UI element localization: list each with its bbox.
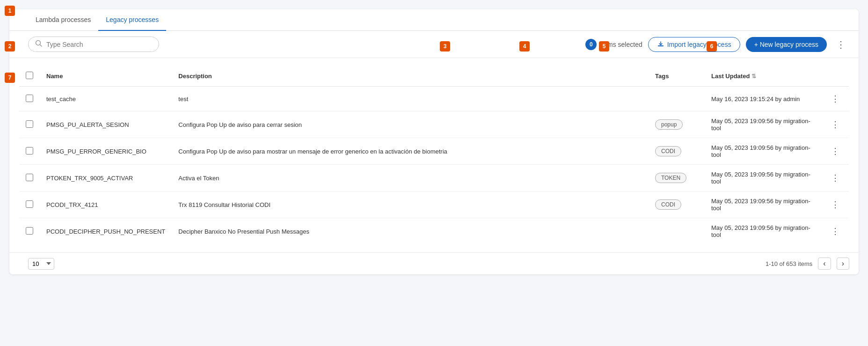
tab-legacy[interactable]: Legacy processes (98, 9, 166, 31)
chevron-left-icon: ‹ (823, 259, 825, 267)
badge-1: 1 (5, 6, 15, 16)
table-container: Name Description Tags Last Updated ⇅ (9, 58, 859, 252)
tag-badge: TOKEN (655, 173, 686, 183)
row-tags-cell: TOKEN (649, 165, 705, 191)
row-actions-cell: ⋮ (822, 191, 849, 218)
row-description-cell: test (172, 87, 649, 111)
row-tags-cell: CODI (649, 191, 705, 218)
svg-line-1 (40, 45, 42, 47)
row-last-updated-cell: May 16, 2023 19:15:24 by admin (705, 87, 822, 111)
more-options-icon: ⋮ (836, 39, 846, 50)
row-checkbox-1[interactable] (26, 95, 33, 102)
row-checkbox-6[interactable] (26, 227, 33, 235)
row-actions-button[interactable]: ⋮ (828, 172, 842, 184)
row-actions-button[interactable]: ⋮ (828, 118, 842, 131)
svg-rect-2 (658, 45, 664, 46)
table-row: PCODI_TRX_4121Trx 8119 Consultar Histori… (19, 191, 849, 218)
row-actions-cell: ⋮ (822, 165, 849, 191)
items-selected-area: 0 items selected (585, 39, 642, 50)
new-button[interactable]: + New legacy process (746, 37, 827, 52)
pagination-info: 1-10 of 653 items (766, 260, 812, 267)
header-checkbox-col (19, 66, 40, 87)
row-last-updated-cell: May 05, 2023 19:09:56 by migration-tool (705, 191, 822, 218)
row-actions-button[interactable]: ⋮ (828, 145, 842, 157)
tab-lambda[interactable]: Lambda processes (28, 9, 98, 31)
badge-6: 6 (707, 41, 717, 52)
badge-2: 2 (5, 41, 15, 52)
row-checkbox-cell (19, 165, 40, 191)
row-tags-cell (649, 87, 705, 111)
sort-icon: ⇅ (751, 73, 756, 80)
row-name-cell: PTOKEN_TRX_9005_ACTIVAR (40, 165, 172, 191)
table-row: PCODI_DECIPHER_PUSH_NO_PRESENTDecipher B… (19, 218, 849, 245)
table-row: PMSG_PU_ERROR_GENERIC_BIOConfigura Pop U… (19, 138, 849, 165)
tabs-bar: Lambda processes Legacy processes (9, 9, 859, 31)
row-actions-cell: ⋮ (822, 218, 849, 245)
tag-badge: popup (655, 119, 683, 130)
badge-3: 3 (440, 41, 450, 52)
row-actions-cell: ⋮ (822, 87, 849, 111)
tag-badge: CODI (655, 199, 681, 210)
prev-page-button[interactable]: ‹ (818, 258, 831, 270)
toolbar: 0 items selected Import legacy process +… (9, 31, 859, 58)
tag-badge: CODI (655, 146, 681, 156)
row-checkbox-cell (19, 191, 40, 218)
row-description-cell: Configura Pop Up de aviso para cerrar se… (172, 111, 649, 138)
row-last-updated-cell: May 05, 2023 19:09:56 by migration-tool (705, 111, 822, 138)
badge-4: 4 (519, 41, 530, 52)
row-description-cell: Configura Pop Up de aviso para mostrar u… (172, 138, 649, 165)
data-table: Name Description Tags Last Updated ⇅ (19, 66, 849, 245)
row-last-updated-cell: May 05, 2023 19:09:56 by migration-tool (705, 138, 822, 165)
row-name-cell: PCODI_DECIPHER_PUSH_NO_PRESENT (40, 218, 172, 245)
row-checkbox-cell (19, 111, 40, 138)
header-name: Name (40, 66, 172, 87)
row-tags-cell: popup (649, 111, 705, 138)
chevron-right-icon: › (842, 259, 844, 267)
row-checkbox-cell (19, 87, 40, 111)
row-last-updated-cell: May 05, 2023 19:09:56 by migration-tool (705, 218, 822, 245)
row-actions-cell: ⋮ (822, 138, 849, 165)
row-tags-cell: CODI (649, 138, 705, 165)
header-tags: Tags (649, 66, 705, 87)
row-checkbox-3[interactable] (26, 147, 33, 155)
row-actions-cell: ⋮ (822, 111, 849, 138)
badge-7: 7 (5, 73, 15, 83)
header-description: Description (172, 66, 649, 87)
rows-per-page-select[interactable]: 10 25 50 100 (28, 258, 54, 270)
table-row: PMSG_PU_ALERTA_SESIONConfigura Pop Up de… (19, 111, 849, 138)
header-last-updated[interactable]: Last Updated ⇅ (705, 66, 822, 87)
row-name-cell: PCODI_TRX_4121 (40, 191, 172, 218)
badge-5: 5 (599, 41, 609, 52)
row-description-cell: Activa el Token (172, 165, 649, 191)
row-checkbox-4[interactable] (26, 174, 33, 181)
row-actions-button[interactable]: ⋮ (828, 93, 842, 105)
row-description-cell: Trx 8119 Consultar Historial CODI (172, 191, 649, 218)
header-actions (822, 66, 849, 87)
more-options-button[interactable]: ⋮ (832, 37, 849, 52)
table-row: test_cachetestMay 16, 2023 19:15:24 by a… (19, 87, 849, 111)
search-box[interactable] (28, 37, 159, 52)
import-button[interactable]: Import legacy process (648, 37, 740, 52)
select-all-checkbox[interactable] (26, 72, 33, 79)
row-checkbox-2[interactable] (26, 120, 33, 128)
row-actions-button[interactable]: ⋮ (828, 199, 842, 211)
row-checkbox-cell (19, 218, 40, 245)
footer: 10 25 50 100 1-10 of 653 items ‹ › (9, 252, 859, 274)
table-body: test_cachetestMay 16, 2023 19:15:24 by a… (19, 87, 849, 245)
row-checkbox-cell (19, 138, 40, 165)
row-tags-cell (649, 218, 705, 245)
next-page-button[interactable]: › (837, 258, 849, 270)
row-name-cell: test_cache (40, 87, 172, 111)
row-name-cell: PMSG_PU_ERROR_GENERIC_BIO (40, 138, 172, 165)
import-icon (657, 41, 664, 48)
row-last-updated-cell: May 05, 2023 19:09:56 by migration-tool (705, 165, 822, 191)
rows-per-page-area: 10 25 50 100 (28, 258, 54, 270)
search-input[interactable] (46, 41, 152, 48)
selected-count-badge: 0 (585, 39, 597, 50)
row-checkbox-5[interactable] (26, 200, 33, 208)
table-header-row: Name Description Tags Last Updated ⇅ (19, 66, 849, 87)
table-row: PTOKEN_TRX_9005_ACTIVARActiva el TokenTO… (19, 165, 849, 191)
row-description-cell: Decipher Banxico No Presential Push Mess… (172, 218, 649, 245)
row-actions-button[interactable]: ⋮ (828, 225, 842, 237)
search-icon (35, 40, 43, 49)
